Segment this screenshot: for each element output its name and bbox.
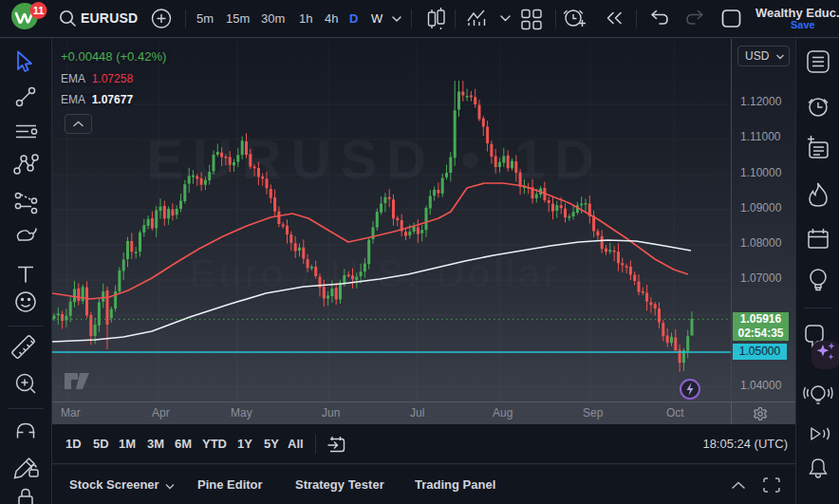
svg-text:11: 11: [33, 5, 45, 16]
svg-text:Euro / U.S. Dollar: Euro / U.S. Dollar: [190, 252, 561, 295]
